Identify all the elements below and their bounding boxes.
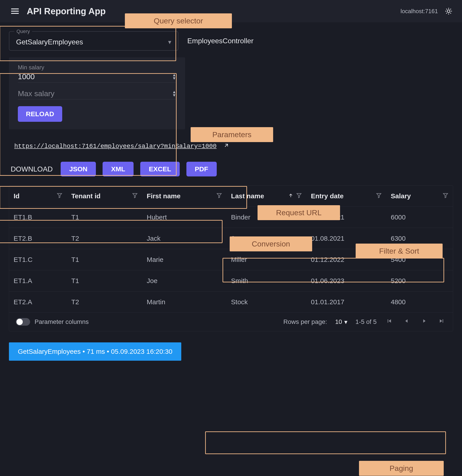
min-salary-value: 1000 (18, 72, 35, 81)
table-cell: Martin (142, 291, 227, 313)
controller-name: EmployeesController (187, 37, 253, 45)
column-label: Salary (391, 192, 439, 200)
table-cell: T2 (67, 228, 142, 249)
column-label: Entry date (311, 192, 372, 200)
table-cell: Joe (142, 270, 227, 291)
table-cell: 01.01.2017 (306, 291, 386, 313)
next-page-button[interactable] (420, 318, 429, 326)
callout-parameters: Parameters (191, 127, 273, 142)
column-header[interactable]: First name (142, 186, 227, 207)
svg-point-0 (447, 10, 450, 12)
callout-query-selector: Query selector (125, 13, 232, 28)
sort-asc-icon[interactable] (288, 192, 294, 200)
filter-icon[interactable] (132, 192, 138, 200)
status-chip: GetSalaryEmployees • 71 ms • 05.09.2023 … (9, 342, 181, 361)
download-json-button[interactable]: JSON (61, 162, 96, 177)
theme-toggle-icon[interactable] (444, 7, 453, 16)
page-title: API Reporting App (27, 6, 106, 16)
table-cell: Jack (142, 228, 227, 249)
max-salary-field: Max salary ▲▼ (18, 89, 176, 100)
table-cell: Smith (227, 270, 306, 291)
min-salary-field: Min salary 1000 ▲▼ (18, 64, 176, 83)
filter-icon[interactable] (443, 192, 448, 200)
reload-button[interactable]: RELOAD (18, 106, 62, 122)
column-header[interactable]: Last name (227, 186, 306, 207)
filter-icon[interactable] (296, 192, 302, 200)
table-cell: Miller (227, 249, 306, 270)
prev-page-button[interactable] (402, 318, 412, 326)
column-label: Last name (231, 192, 285, 200)
column-header[interactable]: Id (9, 186, 67, 207)
table-cell: ET1.C (9, 249, 67, 270)
table-row[interactable]: ET2.AT2MartinStock01.01.20174800 (9, 291, 453, 313)
last-page-button[interactable] (437, 318, 446, 326)
host-label: localhost:7161 (401, 8, 438, 15)
table-cell: 5200 (386, 270, 453, 291)
min-salary-stepper[interactable]: ▲▼ (172, 74, 176, 80)
download-pdf-button[interactable]: PDF (186, 162, 217, 177)
download-row: DOWNLOAD JSON XML EXCEL PDF (9, 161, 453, 177)
parameter-columns-toggle[interactable] (16, 318, 30, 326)
query-select[interactable]: Query GetSalaryEmployees ▾ (9, 31, 178, 51)
table-cell: T1 (67, 270, 142, 291)
first-page-button[interactable] (385, 318, 394, 326)
column-header[interactable]: Salary (386, 186, 453, 207)
svg-marker-12 (297, 193, 302, 198)
callout-paging: Paging (359, 461, 444, 476)
table-cell: ET1.A (9, 270, 67, 291)
table-cell: ET2.B (9, 228, 67, 249)
chevron-down-icon: ▾ (168, 38, 171, 46)
table-cell: 6000 (386, 207, 453, 228)
pager: Rows per page: 10 ▾ 1-5 of 5 (283, 318, 446, 326)
column-label: Id (14, 192, 53, 200)
callout-request-url: Request URL (258, 205, 340, 220)
column-label: First name (147, 192, 213, 200)
callout-filter-sort: Filter & Sort (356, 244, 443, 258)
download-excel-button[interactable]: EXCEL (140, 162, 179, 177)
callout-conversion: Conversion (230, 237, 312, 251)
query-select-legend: Query (14, 29, 32, 34)
table-cell: T1 (67, 249, 142, 270)
table-cell: Stock (227, 291, 306, 313)
query-row: Query GetSalaryEmployees ▾ EmployeesCont… (9, 31, 453, 51)
content: Query selector Parameters Request URL Co… (0, 22, 462, 476)
rows-per-page-value: 10 (335, 318, 342, 325)
column-header[interactable]: Entry date (306, 186, 386, 207)
chevron-down-icon: ▾ (344, 318, 347, 326)
max-salary-input[interactable]: Max salary ▲▼ (18, 89, 176, 100)
filter-icon[interactable] (57, 192, 62, 200)
table-cell: ET1.B (9, 207, 67, 228)
table-cell: 01.06.2023 (306, 270, 386, 291)
table-cell: Hubert (142, 207, 227, 228)
table-cell: T2 (67, 291, 142, 313)
svg-line-6 (450, 13, 451, 14)
filter-icon[interactable] (376, 192, 382, 200)
rows-per-page-select[interactable]: 10 ▾ (335, 318, 347, 326)
table-row[interactable]: ET1.AT1JoeSmith01.06.20235200 (9, 270, 453, 291)
column-header[interactable]: Tenant id (67, 186, 142, 207)
svg-marker-11 (217, 193, 221, 198)
download-label: DOWNLOAD (11, 165, 53, 173)
svg-line-8 (450, 9, 451, 9)
query-select-value: GetSalaryEmployees (16, 38, 83, 46)
column-label: Tenant id (71, 192, 128, 200)
table-cell: 4800 (386, 291, 453, 313)
download-xml-button[interactable]: XML (102, 162, 134, 177)
hamburger-icon[interactable] (11, 8, 19, 14)
svg-marker-10 (133, 193, 137, 198)
page-range: 1-5 of 5 (355, 318, 377, 325)
min-salary-input[interactable]: 1000 ▲▼ (18, 72, 176, 83)
max-salary-stepper[interactable]: ▲▼ (172, 91, 176, 97)
svg-marker-9 (57, 193, 62, 198)
table-cell: Marie (142, 249, 227, 270)
open-url-icon[interactable] (223, 142, 229, 150)
min-salary-label: Min salary (18, 64, 176, 71)
request-url-text[interactable]: https://localhost:7161/employees/salary?… (14, 143, 217, 150)
table-cell: ET2.A (9, 291, 67, 313)
frame-paging (205, 431, 446, 454)
filter-icon[interactable] (216, 192, 222, 200)
table-row[interactable]: ET1.BT1HubertBinder15.05.20216000 (9, 207, 453, 228)
svg-line-5 (446, 9, 447, 9)
app-root: API Reporting App localhost:7161 Query s… (0, 0, 462, 476)
table-cell: T1 (67, 207, 142, 228)
